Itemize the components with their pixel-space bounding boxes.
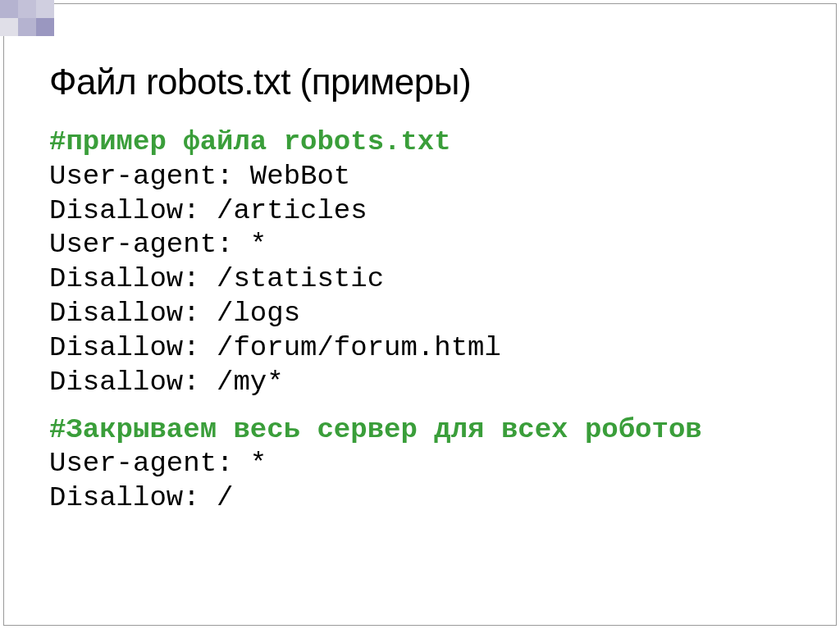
slide-border	[3, 3, 837, 626]
corner-decoration	[0, 0, 74, 37]
